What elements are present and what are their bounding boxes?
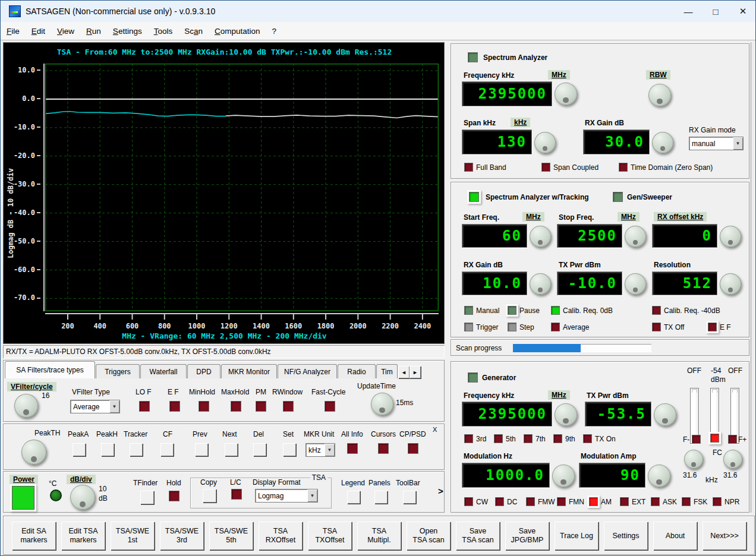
prev-button[interactable] (195, 443, 208, 456)
toolbar-button-tsa-multipl-[interactable]: TSAMultipl. (357, 522, 401, 550)
menu-view[interactable]: View (51, 24, 80, 38)
peaka-button[interactable] (73, 443, 86, 456)
mode-npr-checkbox[interactable]: NPR (713, 497, 739, 506)
mode-cw-checkbox[interactable]: CW (464, 497, 488, 506)
pm-checkbox[interactable] (256, 401, 266, 412)
ef-filter-checkbox[interactable] (169, 401, 180, 412)
step-checkbox[interactable]: Step (508, 323, 534, 331)
set-button[interactable] (283, 443, 296, 456)
db-div-knob[interactable] (70, 485, 95, 510)
frequency-unit-button[interactable]: MHz (548, 70, 570, 80)
toolbar-button[interactable] (403, 491, 416, 504)
toolbar-button-open-tsa-scan[interactable]: OpenTSA scan (407, 522, 451, 550)
calib-0db-checkbox[interactable]: Calib. Req. 0dB (551, 306, 613, 315)
lc-checkbox[interactable] (231, 489, 242, 500)
modulation-amp-display[interactable]: 90 (579, 463, 645, 488)
rbw-knob[interactable] (648, 84, 671, 106)
all-info-checkbox[interactable] (347, 443, 358, 454)
copy-button[interactable] (203, 489, 216, 503)
peakth-knob[interactable] (21, 440, 46, 465)
toolbar-button-save-tsa-scan[interactable]: SaveTSA scan (456, 522, 500, 550)
full-band-checkbox[interactable]: Full Band (464, 163, 506, 172)
f-minus-checkbox[interactable] (692, 435, 701, 444)
stop-freq-unit-button[interactable]: MHz (618, 212, 640, 222)
spectrum-chart[interactable]: TSA - From:60 MHz to:2500 MHz RXGain:10.… (3, 42, 445, 344)
tx-pwr-display[interactable]: -10.0 (557, 271, 622, 295)
rx-offset-knob[interactable] (720, 226, 741, 247)
gen-tx-pwr-display[interactable]: -53.5 (585, 402, 651, 427)
resolution-knob[interactable] (720, 273, 741, 295)
fc-checkbox[interactable] (710, 434, 719, 443)
modulation-amp-knob[interactable] (648, 465, 670, 487)
toolbar-button-about[interactable]: About (653, 522, 697, 550)
minimize-button[interactable]: — (675, 1, 702, 22)
tab-dpd[interactable]: DPD (187, 364, 220, 378)
menu-settings[interactable]: Settings (107, 24, 148, 38)
del-button[interactable] (253, 443, 266, 456)
manual-checkbox[interactable]: Manual (464, 306, 499, 315)
start-freq-unit-button[interactable]: MHz (522, 212, 544, 222)
tracking-checkbox[interactable] (469, 192, 479, 202)
vfilter-type-select[interactable]: Average▼ (70, 400, 120, 413)
rx-gain-display[interactable]: 30.0 (583, 129, 650, 154)
toolbar-button-edit-tsa-markers[interactable]: Edit TSAmarkers (61, 522, 105, 550)
panels-button[interactable] (374, 491, 388, 504)
mode-fmw-checkbox[interactable]: FMW (526, 497, 555, 506)
toolbar-button-tsa-rxoffset[interactable]: TSARXOffset (259, 522, 303, 550)
vfilter-cycle-button[interactable]: VFilter/cycle (7, 382, 56, 391)
resolution-display[interactable]: 512 (652, 271, 717, 295)
legend-button[interactable] (347, 491, 360, 504)
modulation-hz-knob[interactable] (552, 465, 575, 487)
gen-frequency-knob[interactable] (555, 403, 577, 426)
mode-fsk-checkbox[interactable]: FSK (682, 497, 707, 506)
gen-tx-pwr-knob[interactable] (654, 403, 676, 426)
frequency-knob[interactable] (555, 83, 577, 105)
rwindow-checkbox[interactable] (283, 401, 294, 412)
gen-frequency-display[interactable]: 2395000 (462, 402, 552, 427)
span-knob[interactable] (534, 132, 556, 153)
average-checkbox[interactable]: Average (551, 323, 589, 331)
toolbar-button-trace-log[interactable]: Trace Log (555, 522, 598, 550)
tab-nfg-analyzer[interactable]: NF/G Analyzer (278, 364, 337, 378)
toolbar-button-next-[interactable]: Next>>> (703, 522, 746, 550)
gen-sweeper-checkbox[interactable] (613, 192, 623, 202)
tab-mkr-monitor[interactable]: MKR Monitor (221, 364, 277, 378)
toolbar-button-edit-sa-markers[interactable]: Edit SAmarkers (12, 522, 56, 550)
mode-fmn-checkbox[interactable]: FMN (557, 497, 584, 506)
stop-freq-display[interactable]: 2500 (557, 224, 622, 248)
trk-rx-gain-knob[interactable] (530, 273, 551, 295)
mkr-unit-select[interactable]: kHz▼ (305, 443, 335, 457)
peakh-button[interactable] (101, 443, 114, 456)
menu-computation[interactable]: Computation (209, 24, 266, 38)
frequency-display[interactable]: 2395000 (462, 81, 552, 106)
tx-off-checkbox[interactable]: TX Off (652, 323, 684, 331)
harmonic-7th-checkbox[interactable]: 7th (524, 434, 546, 443)
mode-am-checkbox[interactable]: AM (589, 497, 612, 506)
power-button[interactable] (12, 486, 34, 510)
modulation-hz-display[interactable]: 1000.0 (462, 463, 550, 488)
tab-triggers[interactable]: Triggers (96, 364, 140, 378)
maximize-button[interactable]: □ (702, 1, 729, 22)
toolbar-button-tsa-swe-5th[interactable]: TSA/SWE5th (209, 522, 253, 550)
rx-gain-mode-select[interactable]: manual▼ (689, 137, 744, 150)
generator-checkbox[interactable] (468, 372, 478, 383)
mode-ask-checkbox[interactable]: ASK (651, 497, 677, 506)
menu-tools[interactable]: Tools (148, 24, 179, 38)
tab-scroll-left-icon[interactable]: ◄ (398, 366, 410, 378)
menu-file[interactable]: File (1, 24, 26, 38)
tab-time[interactable]: Tim (376, 364, 398, 378)
minhold-checkbox[interactable] (199, 401, 209, 412)
tracker-button[interactable] (130, 443, 143, 456)
tfinder-button[interactable] (140, 491, 154, 504)
tx-pwr-knob[interactable] (625, 273, 646, 295)
hold-checkbox[interactable] (169, 491, 179, 501)
calib-40db-checkbox[interactable]: Calib. Req. -40dB (652, 306, 720, 315)
start-freq-knob[interactable] (530, 226, 551, 247)
maxhold-checkbox[interactable] (231, 401, 241, 412)
stop-freq-knob[interactable] (625, 226, 646, 247)
f-plus-checkbox[interactable] (728, 435, 737, 444)
vfilter-cycle-knob[interactable] (14, 394, 38, 418)
gen-frequency-unit-button[interactable]: MHz (548, 390, 570, 400)
rx-offset-button[interactable]: RX offset kHz (654, 212, 707, 222)
harmonic-5th-checkbox[interactable]: 5th (494, 434, 516, 443)
